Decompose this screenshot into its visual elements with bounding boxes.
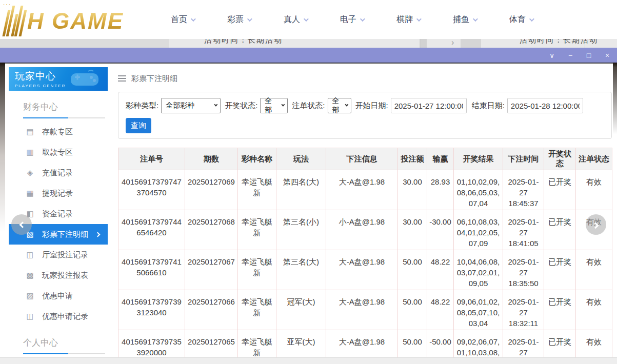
table-row: 401569173797415066610 20250127067 幸运飞艇新 … [118,250,612,290]
chevron-down-icon [214,103,218,107]
cell-bet-amount: 50.00 [398,290,427,330]
hamburger-menu-icon[interactable] [118,75,126,82]
cell-bet-id: 401569173797393123040 [118,290,185,330]
hall-bet-record-icon: ◫ [26,250,34,259]
cell-play-type: 第三名(大) [276,250,326,290]
sidebar-header: 玩家中心 PLAYERS CENTER [9,67,108,91]
sidebar-item-label: 厅室投注记录 [42,250,88,260]
close-button[interactable]: × [602,50,613,61]
cell-period: 20250127068 [185,210,238,250]
col-period: 期数 [185,148,238,170]
chevron-down-icon [360,16,365,22]
cell-bet-id: 401569173797415066610 [118,250,185,290]
withdrawal-record-icon: ▦ [26,189,34,198]
sidebar-item-label: 彩票下注明细 [42,230,88,239]
lottery-type-select[interactable]: 全部彩种 [161,98,221,113]
col-lottery-name: 彩种名称 [238,148,276,170]
col-draw-result: 开奖结果 [454,148,503,170]
order-status-label: 注单状态: [292,101,325,111]
main-navigation: 首页 彩票 真人 电子 棋牌 捕鱼 [171,14,533,25]
cell-lottery-name: 幸运飞艇新 [238,250,276,290]
order-status-select[interactable]: 全部 [328,98,351,113]
next-page-button[interactable] [586,214,606,235]
nav-item[interactable]: 首页 [171,14,194,25]
maximize-button[interactable]: □ [583,50,594,61]
draw-status-label: 开奖状态: [225,101,257,111]
cell-draw-result: 06,10,08,03,04,01,02,05,07,09 [454,210,503,250]
sidebar-item[interactable]: ◫ 厅室投注记录 [9,245,108,265]
cell-play-type: 冠军(大) [276,290,326,330]
cell-order-status: 有效 [576,170,612,210]
restore-down-button[interactable]: ∨ [546,50,558,61]
cell-order-status: 有效 [576,290,612,330]
end-date-input[interactable] [507,98,583,113]
sidebar-section-finance: 财务中心 [23,101,108,113]
nav-item[interactable]: 棋牌 [396,14,420,25]
cell-period: 20250127067 [185,250,238,290]
collapse-sidebar-button[interactable] [11,214,32,235]
background-divider [421,39,421,48]
background-edge-right [613,63,617,134]
player-center-window: 玩家中心 PLAYERS CENTER 财务中心 ▤ 存款专区 ▥ 取款专区 [5,64,613,357]
page-title: 彩票下注明细 [131,74,177,84]
sidebar-item[interactable]: ◫ 优惠申请记录 [9,306,108,327]
nav-item[interactable]: 真人 [284,14,307,25]
chevron-right-icon [95,232,101,237]
nav-item[interactable]: 捕鱼 [453,14,476,25]
nav-item[interactable]: 彩票 [227,14,251,25]
cell-play-type: 亚军(大) [276,330,326,358]
nav-item-label: 捕鱼 [453,14,469,25]
start-date-label: 开始日期: [355,101,388,111]
site-logo[interactable]: ··· H GAME [5,3,146,36]
bottom-scroll-strip[interactable] [0,357,617,364]
cell-draw-status: 已开奖 [544,170,576,210]
order-status-value: 全部 [332,96,343,115]
col-draw-status: 开奖状态 [544,148,576,170]
cell-lottery-name: 幸运飞艇新 [238,330,276,358]
cell-period: 20250127065 [185,330,238,358]
nav-item-label: 棋牌 [396,14,413,25]
cell-order-status: 有效 [576,330,612,358]
background-edge-left [0,63,5,232]
clipped-banner-text: 活动时间：长期活动 [204,39,286,47]
sidebar-item[interactable]: ▩ 玩家投注报表 [9,265,108,286]
sidebar-item-label: 优惠申请 [42,291,73,301]
cell-period: 20250127066 [185,290,238,330]
col-bet-amount: 投注额 [398,148,427,170]
cell-win-loss: -30.00 [427,210,454,250]
search-button[interactable]: 查询 [126,118,151,133]
cell-draw-status: 已开奖 [544,210,576,250]
table-row: 401569173797353920000 20250127065 幸运飞艇新 … [118,330,612,358]
nav-item-label: 彩票 [227,14,244,25]
nav-item[interactable]: 体育 [509,14,533,25]
cell-win-loss: 28.93 [427,170,454,210]
nav-item-label: 首页 [171,14,187,25]
deposit-icon: ▤ [26,127,34,136]
table-header-row: 注单号 期数 彩种名称 玩法 下注信息 投注额 输赢 开奖结果 下注时间 开奖状… [118,148,612,170]
draw-status-select[interactable]: 全部 [260,98,288,113]
sidebar: 玩家中心 PLAYERS CENTER 财务中心 ▤ 存款专区 ▥ 取款专区 [9,67,108,357]
minimize-button[interactable]: − [565,50,576,61]
sidebar-item[interactable]: ▤ 存款专区 [9,122,108,142]
cell-draw-result: 10,04,06,08,03,07,02,01,09,05 [454,250,503,290]
cell-bet-amount: 30.00 [398,210,427,250]
sidebar-item[interactable]: ▨ 优惠申请 [9,286,108,306]
lottery-type-label: 彩种类型: [126,101,158,111]
sidebar-item[interactable]: ▥ 取款专区 [9,142,108,163]
cell-bet-info: 大-A盘@1.98 [326,330,398,358]
cell-play-type: 第四名(大) [276,170,326,210]
cell-play-type: 第三名(小) [276,210,326,250]
cell-draw-result: 01,10,02,09,08,06,05,03,07,04 [454,170,503,210]
table-row: 401569173797446546420 20250127068 幸运飞艇新 … [118,210,612,250]
sidebar-item-label: 玩家投注报表 [42,271,88,280]
sidebar-item[interactable]: ▦ 提现记录 [9,183,108,204]
background-block [0,39,169,48]
chevron-down-icon [416,16,422,22]
filter-panel: 彩种类型: 全部彩种 开奖状态: 全部 注单状态: 全部 开始日期: 结束日期: [118,92,612,139]
sidebar-item[interactable]: ◈ 充值记录 [9,163,108,183]
sidebar-item-label: 提现记录 [42,189,73,198]
col-play-type: 玩法 [276,148,326,170]
section-divider [23,353,105,354]
nav-item[interactable]: 电子 [340,14,364,25]
start-date-input[interactable] [391,98,467,113]
